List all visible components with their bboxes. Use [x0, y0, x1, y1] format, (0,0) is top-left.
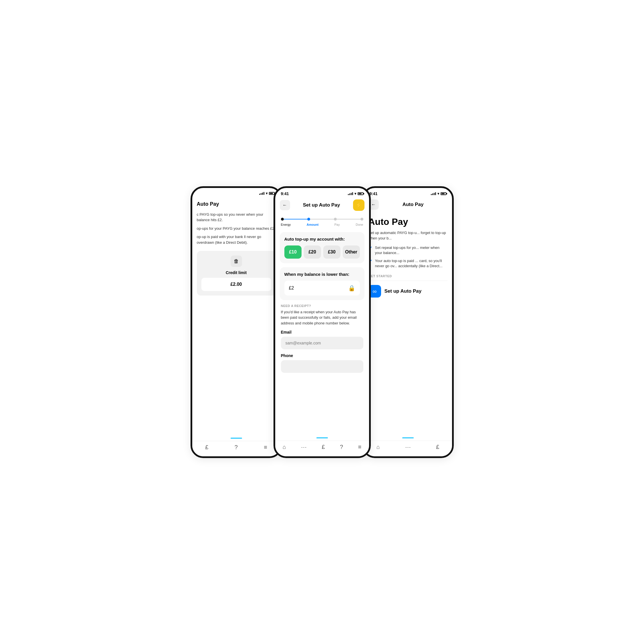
- credit-amount: £2.00: [201, 278, 271, 291]
- wifi-icon: ▾: [266, 191, 267, 195]
- amount-30[interactable]: £30: [323, 245, 340, 259]
- center-nav-menu[interactable]: ≡: [358, 444, 362, 450]
- left-status-icons: ▾: [259, 191, 275, 195]
- amount-options: £10 £20 £30 Other: [284, 245, 360, 259]
- checklist-item-2: ✓ Your auto top-up is paid ... card, so …: [368, 258, 447, 269]
- signal-bars: [259, 192, 264, 195]
- center-nav-activity[interactable]: ⋯: [301, 444, 307, 451]
- email-input[interactable]: [281, 337, 363, 349]
- left-nav-payment[interactable]: £: [205, 444, 208, 451]
- right-nav-header: ← Auto Pay: [364, 197, 452, 212]
- step-dot-amount: [307, 218, 310, 221]
- right-nav-title: Auto Pay: [379, 202, 447, 207]
- signal-bar-r-1: [431, 194, 432, 195]
- center-menu-icon: ≡: [358, 444, 362, 450]
- center-bottom-nav: ⌂ ⋯ £ ? ≡: [275, 441, 369, 456]
- progress-line-1: [284, 219, 308, 219]
- signal-bar-r-4: [435, 192, 436, 195]
- signal-bar-c-4: [352, 192, 353, 195]
- center-battery-icon: [358, 192, 363, 195]
- progress-labels: Energy Amount Pay Done: [281, 223, 363, 226]
- step-dot-pay: [334, 218, 337, 221]
- setup-button-label: Set up Auto Pay: [385, 288, 422, 294]
- phone-label: Phone: [281, 353, 363, 358]
- lightning-icon: ⚡: [356, 202, 362, 208]
- signal-bar-c-3: [351, 193, 352, 195]
- step-label-amount: Amount: [307, 223, 319, 226]
- center-nav-help[interactable]: ?: [340, 444, 343, 450]
- amount-10[interactable]: £10: [284, 245, 302, 259]
- checklist-text-2: Your auto top-up is paid ... card, so yo…: [375, 258, 447, 269]
- phone-input[interactable]: [281, 360, 363, 373]
- get-started-label: GET STARTED: [368, 274, 447, 278]
- help-icon: ?: [235, 444, 238, 451]
- balance-card: When my balance is lower than: £2 🔒: [280, 267, 364, 300]
- checklist-item-1: ✓ Set repeat top-ups for yo... meter whe…: [368, 245, 447, 255]
- left-nav-help[interactable]: ?: [235, 444, 238, 451]
- left-bottom-indicator: [231, 438, 242, 439]
- receipt-description: If you'd like a receipt when your Auto P…: [281, 309, 363, 326]
- center-wifi-icon: ▾: [354, 192, 356, 196]
- amount-20[interactable]: £20: [304, 245, 321, 259]
- lightning-button[interactable]: ⚡: [353, 199, 364, 211]
- center-nav-header: ← Set up Auto Pay ⚡: [275, 197, 369, 213]
- right-phone: 9:41 ▾ ← Auto Pay Auto Pay Set up automa…: [362, 186, 454, 458]
- signal-bar-4: [263, 192, 264, 195]
- amount-other[interactable]: Other: [343, 245, 360, 259]
- center-nav-home[interactable]: ⌂: [283, 444, 286, 450]
- center-phone: 9:41 ▾ ← Set up Auto Pay ⚡: [274, 186, 371, 458]
- progress-line-2: [310, 219, 334, 219]
- center-nav-payment[interactable]: £: [322, 444, 325, 450]
- topup-card-title: Auto top-up my account with:: [284, 237, 360, 241]
- balance-input[interactable]: £2 🔒: [284, 281, 360, 296]
- checklist: ✓ Set repeat top-ups for yo... meter whe…: [368, 245, 447, 269]
- left-desc-2: op-ups for your PAYG your balance reache…: [197, 226, 276, 231]
- lock-icon: 🔒: [348, 285, 355, 292]
- left-page-title: Auto Pay: [197, 201, 276, 207]
- activity-icon: ⋯: [301, 444, 307, 451]
- left-phone: ▾ Auto Pay c PAYG top-ups so you never w…: [191, 186, 282, 458]
- right-main-content: Auto Pay Set up automatic PAYG top-u... …: [364, 212, 452, 437]
- progress-section: Energy Amount Pay Done: [275, 213, 369, 229]
- signal-bar-2: [261, 193, 261, 195]
- right-status-bar: 9:41 ▾: [364, 188, 452, 197]
- receipt-label: NEED A RECEIPT?: [281, 304, 363, 308]
- menu-icon: ≡: [264, 444, 267, 451]
- back-button[interactable]: ←: [280, 200, 290, 210]
- center-status-bar: 9:41 ▾: [275, 188, 369, 197]
- center-help-icon: ?: [340, 444, 343, 450]
- signal-bar-1: [259, 194, 260, 195]
- signal-bar-c-2: [349, 193, 350, 195]
- home-icon: ⌂: [283, 444, 286, 450]
- credit-limit-label: Credit limit: [201, 270, 271, 275]
- delete-icon[interactable]: 🗑: [231, 255, 242, 267]
- step-dot-energy: [281, 218, 284, 221]
- left-nav-menu[interactable]: ≡: [264, 444, 267, 451]
- signal-bar-c-1: [348, 194, 349, 195]
- signal-bar-r-3: [434, 193, 435, 195]
- center-main-content: Auto top-up my account with: £10 £20 £30…: [275, 229, 369, 437]
- topup-card: Auto top-up my account with: £10 £20 £30…: [280, 232, 364, 263]
- right-wifi-icon: ▾: [437, 192, 439, 196]
- center-signal-bars: [348, 192, 353, 195]
- signal-bar-3: [262, 193, 263, 195]
- receipt-section: NEED A RECEIPT? If you'd like a receipt …: [280, 304, 364, 377]
- right-bottom-indicator: [402, 437, 414, 438]
- right-payment-icon: £: [436, 444, 439, 450]
- right-nav-payment[interactable]: £: [436, 444, 439, 450]
- setup-autopay-button[interactable]: ∞ Set up Auto Pay: [368, 285, 447, 298]
- right-nav-home[interactable]: ⌂: [377, 444, 380, 450]
- right-battery-icon: [441, 192, 446, 195]
- left-desc-1: c PAYG top-ups so you never when your ba…: [197, 212, 276, 223]
- divider: [368, 281, 447, 281]
- step-label-energy: Energy: [281, 223, 291, 226]
- left-credit-card: 🗑 Credit limit £2.00: [197, 251, 276, 296]
- right-home-icon: ⌂: [377, 444, 380, 450]
- scene: ▾ Auto Pay c PAYG top-ups so you never w…: [161, 161, 483, 483]
- left-status-bar: ▾: [192, 188, 280, 197]
- right-bottom-nav: ⌂ ⋯ £: [364, 441, 452, 456]
- progress-dots: [281, 218, 363, 221]
- step-dot-done: [360, 218, 363, 221]
- right-nav-activity[interactable]: ⋯: [405, 444, 411, 451]
- step-label-pay: Pay: [334, 223, 340, 226]
